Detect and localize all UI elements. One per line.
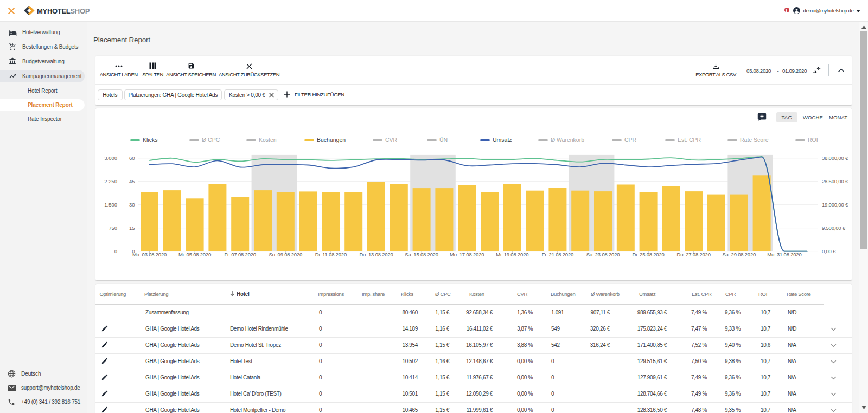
svg-text:Mo. 03.08.2020: Mo. 03.08.2020	[132, 251, 167, 257]
svg-text:So. 23.08.2020: So. 23.08.2020	[586, 251, 620, 257]
svg-text:30: 30	[129, 202, 135, 208]
svg-text:45: 45	[129, 178, 135, 184]
svg-text:750: 750	[108, 225, 117, 231]
svg-text:So. 09.08.2020: So. 09.08.2020	[269, 251, 302, 257]
svg-text:Mi. 05.08.2020: Mi. 05.08.2020	[178, 251, 211, 257]
svg-text:Mi. 19.08.2020: Mi. 19.08.2020	[496, 251, 528, 257]
svg-text:19.000,00 €: 19.000,00 €	[822, 202, 848, 208]
svg-text:0,00 €: 0,00 €	[822, 248, 836, 254]
svg-text:28.500,00 €: 28.500,00 €	[822, 178, 848, 184]
svg-text:15: 15	[129, 225, 135, 231]
svg-text:Sa. 29.08.2020: Sa. 29.08.2020	[722, 251, 756, 257]
svg-text:60: 60	[129, 155, 135, 161]
svg-text:Do. 13.08.2020: Do. 13.08.2020	[359, 251, 393, 257]
svg-text:1.500: 1.500	[104, 202, 117, 208]
svg-text:0: 0	[114, 248, 117, 254]
svg-text:Di. 11.08.2020: Di. 11.08.2020	[315, 251, 347, 257]
svg-text:0: 0	[132, 248, 135, 254]
svg-text:Fr. 21.08.2020: Fr. 21.08.2020	[542, 251, 573, 257]
svg-text:Sa. 15.08.2020: Sa. 15.08.2020	[405, 251, 438, 257]
svg-text:Di. 25.08.2020: Di. 25.08.2020	[633, 251, 665, 257]
svg-text:Fr. 07.08.2020: Fr. 07.08.2020	[224, 251, 256, 257]
svg-text:Mo. 31.08.2020: Mo. 31.08.2020	[767, 251, 801, 257]
svg-text:9.500,00 €: 9.500,00 €	[822, 225, 846, 231]
svg-text:3.000: 3.000	[104, 155, 117, 161]
svg-text:38.000,00 €: 38.000,00 €	[822, 155, 848, 161]
svg-text:Do. 27.08.2020: Do. 27.08.2020	[677, 251, 711, 257]
svg-text:2.250: 2.250	[104, 178, 117, 184]
svg-text:Mo. 17.08.2020: Mo. 17.08.2020	[450, 251, 484, 257]
